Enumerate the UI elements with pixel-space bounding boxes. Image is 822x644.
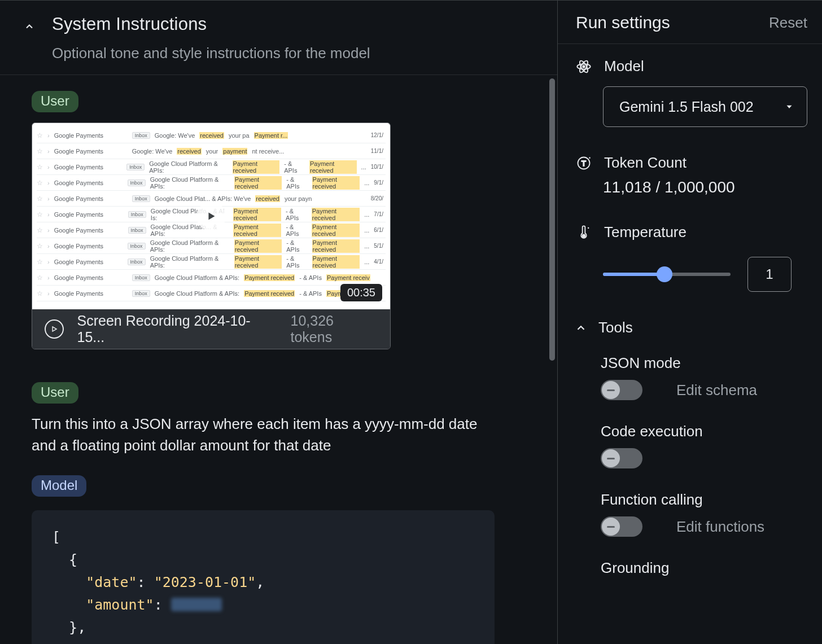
function-calling-item: Function calling Edit functions: [558, 468, 822, 537]
mail-row: ☆›Google PaymentsInboxGoogle Cloud Platf…: [37, 286, 386, 301]
svg-point-9: [583, 234, 585, 237]
slider-thumb[interactable]: [657, 266, 672, 282]
chevron-down-icon: [784, 102, 794, 112]
system-instructions-subtitle: Optional tone and style instructions for…: [52, 45, 370, 62]
mail-row: ☆›Google PaymentsInboxGoogle Cloud Platf…: [37, 254, 386, 270]
attachment-file-name: Screen Recording 2024-10-15...: [77, 313, 275, 345]
mail-row: ☆›Google PaymentsInboxGoogle Cloud Platf…: [37, 238, 386, 254]
svg-marker-6: [787, 106, 792, 108]
function-calling-toggle[interactable]: [601, 516, 642, 537]
play-icon[interactable]: [45, 319, 64, 339]
code-execution-toggle[interactable]: [601, 448, 642, 468]
json-mode-item: JSON mode Edit schema: [558, 341, 822, 400]
mail-row: ☆›Google PaymentsInboxGoogle Cloud Platf…: [37, 175, 386, 191]
run-settings-panel: Run settings Reset Model Gemini 1.5 Flas…: [558, 0, 822, 644]
chevron-up-icon: [575, 322, 587, 334]
collapse-icon[interactable]: [23, 20, 36, 33]
grounding-item: Grounding: [558, 537, 822, 577]
edit-functions-link[interactable]: Edit functions: [676, 518, 764, 536]
video-duration: 00:35: [340, 284, 382, 301]
mail-row: ☆›Google PaymentsInboxGoogle Cloud Platf…: [37, 159, 386, 175]
function-calling-label: Function calling: [601, 491, 807, 509]
panel-header: Run settings Reset: [558, 1, 822, 44]
mail-row: ☆›Google PaymentsGoogle: We've received …: [37, 143, 386, 159]
mail-row: ☆›Google PaymentsInboxGoogle Cloud Platf…: [37, 270, 386, 286]
user-chip: User: [32, 91, 78, 112]
play-overlay-icon[interactable]: [196, 201, 226, 231]
reset-button[interactable]: Reset: [769, 14, 807, 32]
code-execution-item: Code execution: [558, 400, 822, 468]
edit-schema-link[interactable]: Edit schema: [676, 382, 757, 399]
attachment-token-count: 10,326 tokens: [290, 313, 378, 345]
thermometer-icon: [576, 225, 592, 240]
model-code-output: [ { "date": "2023-01-01", "amount": }, {: [32, 510, 495, 644]
token-count-value: 11,018 / 1,000,000: [603, 178, 807, 196]
temperature-label: Temperature: [604, 224, 687, 241]
json-mode-toggle[interactable]: [601, 380, 642, 400]
model-selected-value: Gemini 1.5 Flash 002: [619, 99, 754, 115]
temperature-slider[interactable]: [603, 273, 731, 276]
model-turn: Model [ { "date": "2023-01-01", "amount"…: [32, 475, 535, 644]
model-section: Model Gemini 1.5 Flash 002: [558, 44, 822, 132]
scrollbar[interactable]: [549, 78, 555, 361]
tools-label: Tools: [598, 319, 633, 336]
token-count-section: T Token Count 11,018 / 1,000,000: [558, 132, 822, 201]
svg-text:T: T: [581, 159, 586, 167]
video-attachment[interactable]: ☆›Google PaymentsInboxGoogle: We've rece…: [32, 122, 391, 349]
system-instructions-header: System Instructions Optional tone and st…: [0, 1, 557, 75]
token-icon: T: [576, 155, 592, 171]
svg-marker-0: [208, 213, 215, 220]
mail-row: ☆›Google PaymentsInboxGoogle: We've rece…: [37, 128, 386, 143]
system-instructions-title: System Instructions: [52, 14, 370, 34]
code-execution-label: Code execution: [601, 423, 807, 440]
token-count-label: Token Count: [604, 154, 687, 172]
user-message: Turn this into a JSON array where each i…: [32, 414, 495, 456]
model-label: Model: [604, 58, 644, 75]
attachment-info-bar: Screen Recording 2024-10-15... 10,326 to…: [32, 309, 390, 349]
svg-marker-1: [53, 327, 56, 331]
atom-icon: [576, 59, 592, 75]
svg-point-5: [583, 65, 585, 68]
video-thumbnail: ☆›Google PaymentsInboxGoogle: We've rece…: [32, 123, 390, 309]
json-mode-label: JSON mode: [601, 354, 807, 372]
temperature-input[interactable]: 1: [747, 257, 792, 292]
model-chip: Model: [32, 475, 86, 497]
run-settings-title: Run settings: [576, 13, 670, 32]
main-pane: System Instructions Optional tone and st…: [0, 0, 558, 644]
conversation-area: User ☆›Google PaymentsInboxGoogle: We've…: [0, 75, 557, 644]
user-chip: User: [32, 382, 78, 404]
grounding-label: Grounding: [601, 559, 807, 577]
temperature-section: Temperature 1: [558, 201, 822, 296]
tools-header[interactable]: Tools: [558, 296, 822, 341]
model-select[interactable]: Gemini 1.5 Flash 002: [603, 86, 807, 127]
